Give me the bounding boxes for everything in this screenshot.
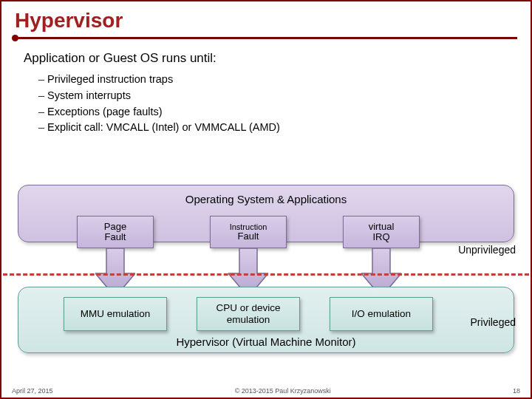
- box-line: Fault: [238, 231, 259, 242]
- unprivileged-label: Unprivileged: [458, 244, 516, 256]
- box-text: CPU or device emulation: [197, 302, 299, 325]
- bullet-item: Explicit call: VMCALL (Intel) or VMMCALL…: [38, 120, 514, 136]
- title-rule: [15, 37, 517, 39]
- footer-date: April 27, 2015: [12, 387, 53, 395]
- bullet-list: Privileged instruction traps System inte…: [24, 72, 514, 136]
- box-line: Fault: [105, 232, 126, 242]
- bullet-item: Exceptions (page faults): [38, 104, 514, 120]
- footer-page-number: 18: [513, 387, 520, 395]
- architecture-diagram: Operating System & Applications Unprivil…: [18, 185, 514, 361]
- box-line: IRQ: [372, 232, 389, 242]
- box-line: virtual: [369, 222, 395, 232]
- bullet-item: Privileged instruction traps: [38, 72, 514, 88]
- virtual-irq-box: virtual IRQ: [343, 216, 420, 248]
- hypervisor-label: Hypervisor (Virtual Machine Monitor): [18, 335, 514, 348]
- bullet-item: System interrupts: [38, 88, 514, 104]
- lead-text: Application or Guest OS runs until:: [24, 51, 514, 66]
- page-fault-box: Page Fault: [77, 216, 154, 248]
- footer-copyright: © 2013-2015 Paul Krzyzanowski: [235, 387, 331, 395]
- mmu-emulation-box: MMU emulation: [64, 297, 167, 331]
- box-line: Page: [104, 222, 126, 232]
- io-emulation-box: I/O emulation: [330, 297, 433, 331]
- privilege-divider: [3, 273, 529, 276]
- instruction-fault-box: Instruction Fault: [210, 216, 287, 248]
- slide-title: Hypervisor: [15, 9, 517, 33]
- slide-footer: April 27, 2015 © 2013-2015 Paul Krzyzano…: [1, 387, 531, 395]
- box-text: MMU emulation: [81, 308, 151, 320]
- box-text: I/O emulation: [352, 308, 411, 320]
- os-applications-label: Operating System & Applications: [18, 193, 514, 205]
- privileged-label: Privileged: [471, 316, 516, 328]
- cpu-device-emulation-box: CPU or device emulation: [197, 297, 300, 331]
